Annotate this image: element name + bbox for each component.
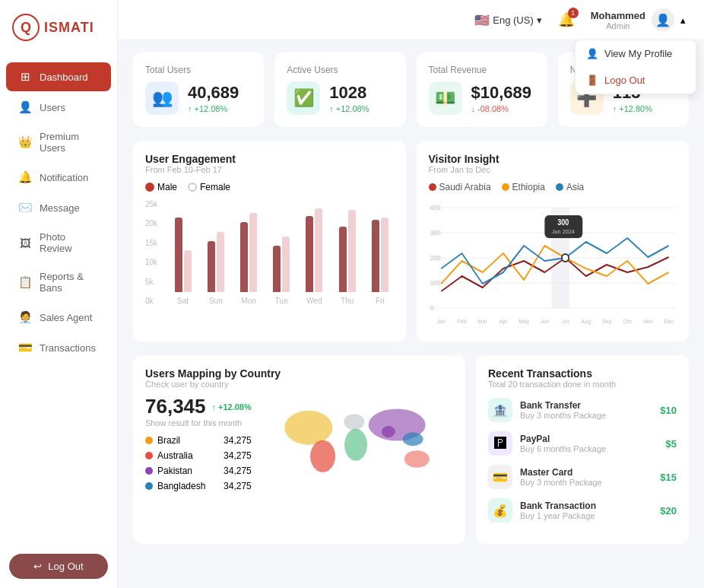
view-profile-label: View My Profile xyxy=(604,48,672,59)
sidebar-item-notification[interactable]: 🔔Notification xyxy=(6,163,111,192)
country-item-australia: Australia 34,275 xyxy=(145,450,252,461)
notification-icon: 🔔 xyxy=(18,170,32,184)
svg-text:0: 0 xyxy=(430,304,433,312)
stat-card-active-users: Active Users ✅ 1028 ↑ +12.08% xyxy=(274,52,405,127)
y-label-25k: 25k xyxy=(145,200,166,208)
transaction-icon-master-card: 💳 xyxy=(488,465,512,489)
sidebar-item-premium-users[interactable]: 👑Premium Users xyxy=(6,123,111,161)
view-profile-item[interactable]: 👤 View My Profile xyxy=(576,40,696,67)
female-bar-sun xyxy=(217,232,224,292)
bar-group-tue: Tue xyxy=(268,237,295,305)
total-users-icon: 👥 xyxy=(145,81,179,115)
new-user-arrow: ↑ xyxy=(613,104,617,113)
visitor-title: Visitor Insight xyxy=(429,153,677,165)
male-legend[interactable]: Male xyxy=(145,182,177,192)
map-total-value: 76,345 xyxy=(145,395,206,418)
map-title: Users Mapping by Country xyxy=(145,367,453,380)
transactions-list: 🏦 Bank Transfer Buy 3 months Package $10… xyxy=(488,398,677,523)
male-bar-sun xyxy=(208,241,215,292)
female-legend[interactable]: Female xyxy=(188,182,230,192)
svg-text:Feb: Feb xyxy=(457,318,466,325)
sidebar: Q ISMATI ⊞Dashboard👤Users👑Premium Users🔔… xyxy=(0,0,118,588)
engagement-legend: Male Female xyxy=(145,182,394,192)
map-change-value: +12.08% xyxy=(218,402,252,412)
total-revenue-change-value: -08.08% xyxy=(477,104,509,113)
dashboard-label: Dashboard xyxy=(40,72,88,83)
country-item-bangladesh: Bangladesh 34,275 xyxy=(145,481,252,491)
new-user-change: ↑ +12.80% xyxy=(613,104,652,113)
bars-sat xyxy=(175,218,192,292)
message-icon: ✉️ xyxy=(18,201,32,215)
svg-point-30 xyxy=(344,429,367,461)
female-bar-sat xyxy=(184,250,192,292)
male-bar-sat xyxy=(175,218,182,292)
country-count-pakistan: 34,275 xyxy=(224,466,252,476)
map-card: Users Mapping by Country Check user by c… xyxy=(133,355,465,544)
active-users-arrow: ↑ xyxy=(329,104,334,113)
logout-item[interactable]: 🚪 Logo Out xyxy=(576,67,696,94)
notification-badge: 1 xyxy=(568,8,579,18)
map-show-label: Show result for this month xyxy=(145,418,252,427)
bar-label-mon: Mon xyxy=(241,297,255,305)
total-users-arrow: ↑ xyxy=(188,104,192,113)
transaction-info-bank-transfer: Bank Transfer Buy 3 months Package xyxy=(520,400,652,420)
logout-dropdown-icon: 🚪 xyxy=(586,75,598,86)
transaction-item-bank-transaction: 💰 Bank Transaction Buy 1 year Package $2… xyxy=(488,498,677,523)
sales-agent-icon: 🧑‍💼 xyxy=(18,310,32,324)
main-content: Total Users 👥 40,689 ↑ +12.08% Active Us… xyxy=(118,40,704,588)
visitor-subtitle: From Jan to Dec xyxy=(429,165,677,174)
chevron-up-icon: ▴ xyxy=(680,14,686,26)
bar-group-sun: Sun xyxy=(202,232,229,305)
svg-point-27 xyxy=(284,411,332,445)
country-dot-pakistan xyxy=(145,467,153,475)
country-dot-brazil xyxy=(145,437,153,444)
transaction-icon-paypal: 🅿 xyxy=(488,431,512,456)
svg-text:Jun 2024: Jun 2024 xyxy=(551,228,575,235)
bars-thu xyxy=(339,210,356,292)
transaction-desc-bank-transfer: Buy 3 months Package xyxy=(520,411,652,420)
legend-label-Saudi Arabia: Saudi Arabia xyxy=(439,182,491,192)
legend-dot-Ethiopia xyxy=(502,183,509,191)
male-legend-dot xyxy=(145,183,154,192)
transaction-amount-master-card: $15 xyxy=(660,472,677,483)
sidebar-nav: ⊞Dashboard👤Users👑Premium Users🔔Notificat… xyxy=(0,55,117,545)
svg-point-14 xyxy=(562,254,569,262)
svg-point-29 xyxy=(344,414,364,430)
user-engagement-chart: User Engagement From Feb 10-Feb 17 Male … xyxy=(133,141,406,342)
transaction-icon-bank-transaction: 💰 xyxy=(488,498,512,523)
language-selector[interactable]: 🇺🇸 Eng (US) ▾ xyxy=(474,13,541,27)
notification-button[interactable]: 🔔 1 xyxy=(554,8,579,32)
active-users-value: 1028 xyxy=(329,83,369,103)
bar-label-sat: Sat xyxy=(177,297,189,305)
visitor-legend: Saudi ArabiaEthiopiaAsia xyxy=(429,182,677,192)
female-bar-mon xyxy=(249,213,257,292)
user-menu[interactable]: Mohammed Admin 👤 ▴ xyxy=(591,8,686,31)
users-label: Users xyxy=(40,102,65,113)
bars-tue xyxy=(273,237,290,292)
sidebar-item-message[interactable]: ✉️Message xyxy=(6,193,111,222)
bars-wed xyxy=(306,208,322,292)
sidebar-item-reports-bans[interactable]: 📋Reports & Bans xyxy=(6,263,111,301)
transaction-desc-paypal: Buy 6 months Package xyxy=(520,444,658,453)
transaction-name-bank-transaction: Bank Transaction xyxy=(520,501,652,511)
female-bar-tue xyxy=(282,237,290,292)
sidebar-item-photo-review[interactable]: 🖼Photo Review xyxy=(6,224,111,262)
transaction-item-master-card: 💳 Master Card Buy 3 month Package $15 xyxy=(488,465,677,489)
total-revenue-icon: 💵 xyxy=(429,81,462,115)
svg-text:Apr: Apr xyxy=(499,318,508,325)
country-label-bangladesh: Bangladesh xyxy=(157,481,205,491)
svg-text:Sep: Sep xyxy=(601,318,611,325)
map-change-arrow: ↑ xyxy=(212,402,217,412)
language-label: Eng (US) xyxy=(493,14,533,26)
sidebar-item-sales-agent[interactable]: 🧑‍💼Sales Agent xyxy=(6,303,111,332)
sidebar-logout-button[interactable]: ↩ Log Out xyxy=(9,554,108,579)
transaction-info-bank-transaction: Bank Transaction Buy 1 year Package xyxy=(520,501,652,520)
sidebar-item-transactions[interactable]: 💳Transactions xyxy=(6,333,111,362)
dashboard-icon: ⊞ xyxy=(18,70,32,84)
map-subtitle: Check user by country xyxy=(145,380,453,389)
sidebar-item-users[interactable]: 👤Users xyxy=(6,93,111,122)
sidebar-item-dashboard[interactable]: ⊞Dashboard xyxy=(6,62,111,91)
legend-label-Asia: Asia xyxy=(566,182,584,192)
transactions-subtitle: Total 20 transaction done in month xyxy=(488,380,677,389)
total-users-values: 40,689 ↑ +12.08% xyxy=(188,83,239,113)
